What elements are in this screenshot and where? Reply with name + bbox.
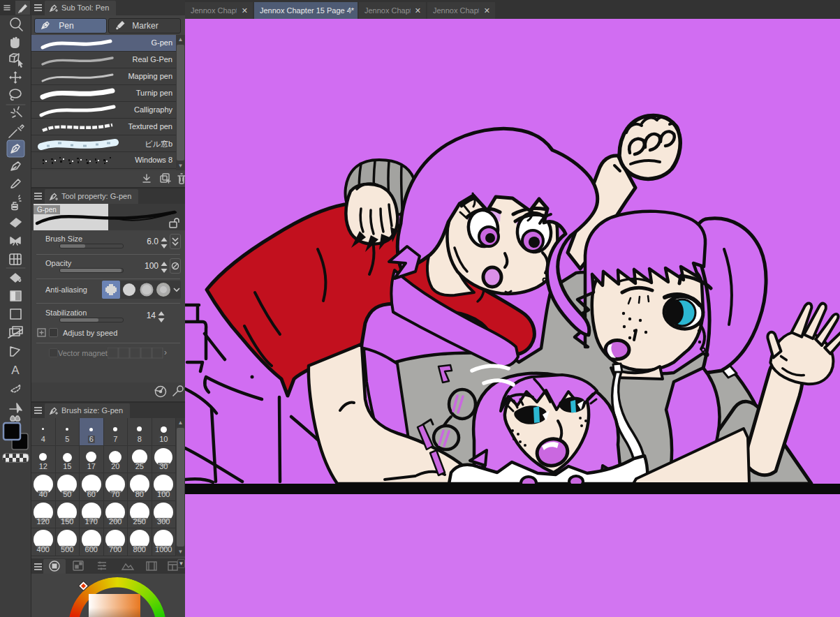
- svg-text:A: A: [11, 364, 20, 377]
